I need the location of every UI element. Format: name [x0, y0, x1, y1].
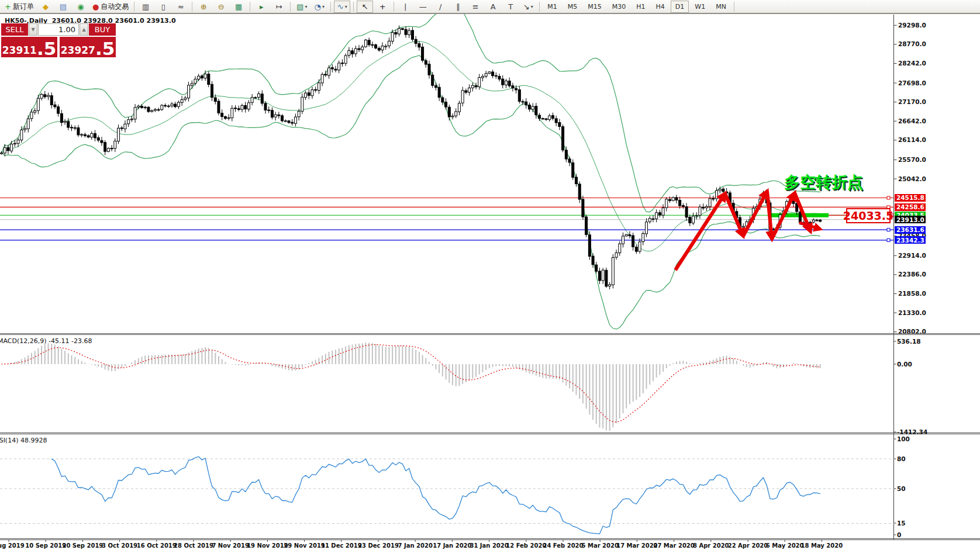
new-order-button[interactable]: +新订单 — [2, 1, 36, 13]
market-watch-button[interactable]: ▤ — [55, 1, 71, 13]
price-tick: 28242.0 — [898, 60, 926, 67]
trendline-icon: / — [439, 3, 441, 11]
toolbar-separator — [250, 2, 250, 12]
timeframe-d1-button[interactable]: D1 — [671, 1, 689, 13]
indicators-button[interactable]: ∿▾ — [334, 1, 350, 13]
zoom-out-button[interactable]: ⊖ — [213, 1, 229, 13]
timeframe-m5-button[interactable]: M5 — [563, 1, 582, 13]
price-badge-23913.0: 23913.0 — [895, 216, 926, 223]
crosshair-button[interactable]: + — [374, 1, 391, 13]
date-label: 12 Feb 2020 — [506, 542, 546, 549]
price-tick: 21858.0 — [898, 290, 926, 297]
auto-scroll-button[interactable]: ▸ — [253, 1, 270, 13]
candlestick-chart-icon: ▯ — [161, 3, 165, 11]
arrows-tool-dropdown-arrow[interactable]: ▾ — [531, 4, 533, 9]
toolbar-separator — [330, 2, 331, 12]
date-label: 8 Apr 2020 — [693, 542, 729, 549]
profiles-button[interactable]: ◔▾ — [311, 1, 327, 13]
arrows-tool-button[interactable]: ↘▾ — [520, 1, 536, 13]
arrows-tool-icon: ↘ — [523, 3, 530, 11]
date-label: 16 Oct 2019 — [137, 542, 177, 549]
date-label: 24 Feb 2020 — [543, 542, 583, 549]
timeframe-h1-button[interactable]: H1 — [632, 1, 650, 13]
panel-frame — [0, 15, 980, 540]
date-label: 7 Jan 2020 — [398, 542, 433, 549]
chart-canvas[interactable] — [0, 0, 980, 550]
horizontal-line-button[interactable]: — — [415, 1, 431, 13]
price-tick: 21330.0 — [898, 309, 926, 316]
chart-shift-button[interactable]: ↦ — [271, 1, 287, 13]
volume-decrease-button[interactable]: ▼ — [29, 23, 37, 36]
auto-trading-button[interactable]: ●自动交易 — [90, 1, 131, 13]
timeframe-mn-button[interactable]: MN — [711, 1, 731, 13]
rsi-indicator-label: RSI(14) 48.9928 — [0, 437, 47, 444]
indicators-icon: ∿ — [337, 3, 344, 11]
text-button[interactable]: A — [485, 1, 501, 13]
rsi-axis-tick: 0 — [897, 531, 901, 538]
date-label: 11 Dec 2019 — [321, 542, 362, 549]
price-tick: 25042.0 — [898, 175, 926, 182]
auto-trading-icon: ● — [92, 3, 99, 11]
timeframe-w1-button[interactable]: W1 — [690, 1, 710, 13]
volume-increase-button[interactable]: ▲ — [80, 23, 88, 36]
tile-windows-button[interactable]: ▦ — [230, 1, 247, 13]
vertical-line-button[interactable]: | — [397, 1, 413, 13]
date-label: 6 May 2020 — [766, 542, 804, 549]
new-chart-button[interactable]: ▧▾ — [294, 1, 310, 13]
date-label: 22 Apr 2020 — [728, 542, 768, 549]
cursor-button[interactable]: ↖ — [357, 1, 373, 13]
zigzag-arrows — [675, 191, 820, 270]
timeframe-m1-button[interactable]: M1 — [543, 1, 562, 13]
equidistant-channel-button[interactable]: ∥ — [450, 1, 466, 13]
rsi-axis-tick: 15 — [897, 520, 906, 527]
timeframe-h4-button[interactable]: H4 — [651, 1, 670, 13]
buy-price[interactable]: 23927.5 — [60, 37, 116, 57]
date-label: Aug 2019 — [0, 542, 25, 549]
macd-indicator-label: MACD(12,26,9) -45.11 -23.68 — [0, 337, 92, 345]
zoom-in-button[interactable]: ⊕ — [195, 1, 212, 13]
rsi-axis-tick: 80 — [897, 455, 906, 462]
buy-button[interactable]: BUY — [89, 23, 116, 36]
bollinger-bands — [2, 2, 820, 329]
axis-ticks — [9, 25, 897, 542]
rsi-panel — [0, 456, 894, 534]
price-badge-23342.3: 23342.3 — [895, 236, 926, 244]
new-chart-icon: ▧ — [296, 3, 303, 11]
profiles-dropdown-arrow[interactable]: ▾ — [322, 4, 325, 9]
date-label: 3 Oct 2019 — [102, 542, 137, 549]
macd-axis-tick: 536.18 — [897, 338, 921, 345]
styler-button[interactable]: ◆ — [37, 1, 54, 13]
new-chart-dropdown-arrow[interactable]: ▾ — [305, 4, 307, 9]
sell-price[interactable]: 23911.5 — [1, 37, 57, 57]
text-label-button[interactable]: T — [502, 1, 519, 13]
indicators-dropdown-arrow[interactable]: ▾ — [345, 4, 347, 9]
line-chart-button[interactable]: ≈ — [172, 1, 189, 13]
price-level-box[interactable]: 24033.5 — [846, 208, 891, 223]
signals-button[interactable]: ◉ — [73, 1, 89, 13]
auto-scroll-icon: ▸ — [260, 3, 264, 11]
auto-trading-label: 自动交易 — [101, 2, 129, 12]
trendline-button[interactable]: / — [432, 1, 448, 13]
price-badge-23631.6: 23631.6 — [895, 226, 926, 234]
price-tick: 26114.0 — [898, 136, 926, 143]
toolbar-separator — [539, 2, 540, 12]
fibonacci-button[interactable]: ≡ — [467, 1, 484, 13]
timeframe-m30-button[interactable]: M30 — [608, 1, 631, 13]
sell-button[interactable]: SELL — [1, 23, 28, 36]
date-label: 23 Dec 2019 — [358, 542, 399, 549]
bar-chart-button[interactable]: ▥ — [137, 1, 154, 13]
timeframe-m15-button[interactable]: M15 — [583, 1, 606, 13]
new-order-icon: + — [5, 3, 11, 11]
volume-input[interactable]: 1.00 — [38, 23, 79, 36]
macd-panel — [2, 343, 820, 431]
date-label: 27 Mar 2020 — [653, 542, 694, 549]
horizontal-line-icon: — — [419, 3, 427, 11]
macd-axis-tick: -1412.34 — [897, 428, 927, 435]
toolbar-separator — [192, 2, 192, 12]
equidistant-channel-icon: ∥ — [456, 3, 460, 11]
candlestick-chart-button[interactable]: ▯ — [155, 1, 171, 13]
turning-point-annotation[interactable]: 多空转折点 — [784, 172, 863, 193]
price-tick: 28770.0 — [898, 40, 926, 47]
one-click-trading-panel: SELL ▼ 1.00 ▲ BUY 23911.5 23927.5 — [1, 23, 116, 57]
price-tick: 22386.0 — [898, 271, 926, 278]
